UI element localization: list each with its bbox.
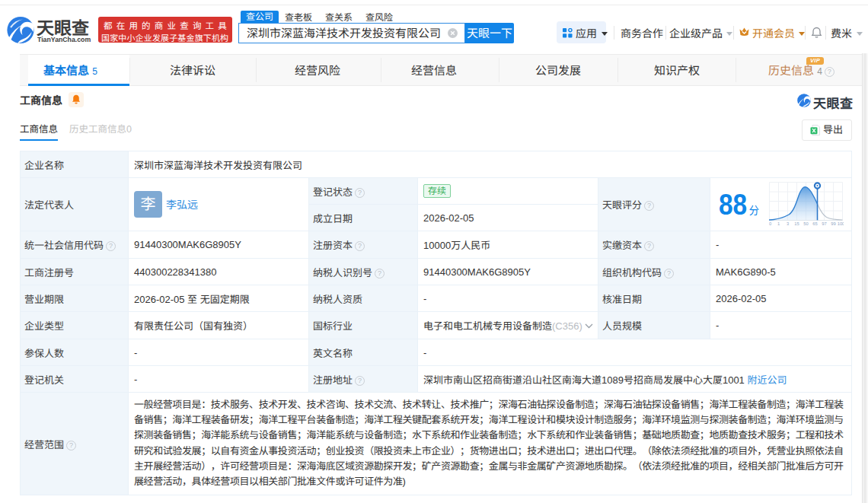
svg-text:3: 3 bbox=[787, 221, 789, 226]
svg-text:1: 1 bbox=[777, 221, 780, 226]
svg-text:15: 15 bbox=[794, 221, 799, 226]
svg-text:99: 99 bbox=[831, 221, 835, 226]
svg-text:100: 100 bbox=[838, 221, 844, 226]
svg-text:50: 50 bbox=[803, 221, 808, 226]
svg-text:97: 97 bbox=[822, 221, 826, 226]
svg-text:0: 0 bbox=[769, 221, 771, 226]
svg-text:65: 65 bbox=[812, 221, 817, 226]
